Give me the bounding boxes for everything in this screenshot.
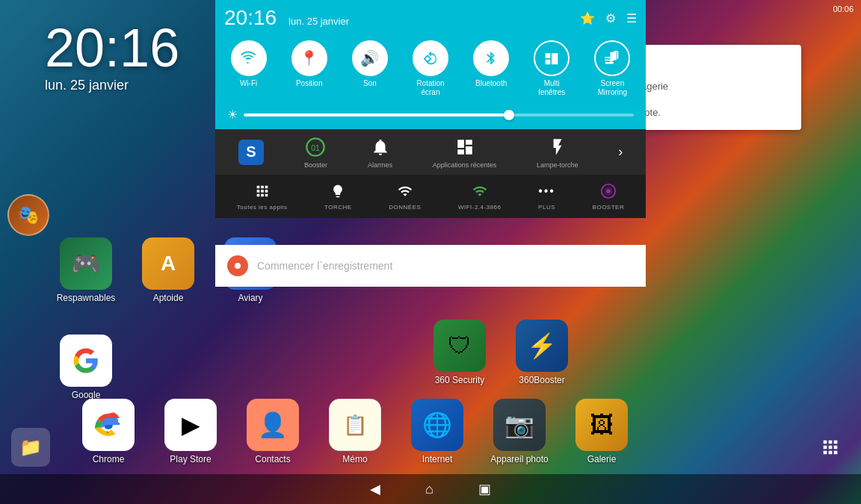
alarmes-item[interactable]: Alarmes [368, 135, 392, 169]
brightness-slider[interactable] [244, 113, 634, 116]
nav-home-button[interactable]: ⌂ [425, 482, 433, 497]
app-gallery[interactable]: 🖼 Galerie [561, 393, 643, 470]
app-memo-label: Mémo [342, 454, 367, 464]
booster-label: Booster [304, 161, 327, 169]
second-row: S 01 Booster Alarmes Applications récent… [215, 129, 646, 175]
booster2-item[interactable]: BOOSTER [593, 181, 625, 211]
app-playstore-label: Play Store [170, 454, 211, 464]
settings-icon[interactable]: ⚙ [605, 11, 616, 25]
apps-recentes-item[interactable]: Applications récentes [433, 135, 497, 169]
booster2-icon [600, 181, 617, 202]
torche-item[interactable]: TORCHE [324, 181, 352, 211]
svg-point-4 [235, 263, 241, 269]
app-chrome-dock[interactable]: Chrome [67, 393, 149, 470]
status-bar-time: 00:06 [833, 4, 854, 13]
alarmes-label: Alarmes [368, 161, 392, 169]
toggle-rotation-icon [413, 40, 448, 76]
recording-icon [227, 255, 248, 276]
toggle-wifi-icon [231, 40, 267, 76]
booster-icon-item[interactable]: 01 Booster [303, 135, 327, 169]
recording-text: Commencer l`enregistrement [257, 260, 392, 272]
allapps-icon[interactable] [811, 428, 850, 467]
s-app-icon[interactable]: S [238, 140, 264, 165]
donnees-icon [398, 181, 413, 202]
app-contacts[interactable]: 👤 Contacts [232, 393, 314, 470]
app-camera-label: Appareil photo [490, 454, 548, 464]
desktop-mid-icons: 🛡 360 Security ⚡ 360Booster [419, 314, 583, 391]
panel-header: 20:16 lun. 25 janvier ⭐ ⚙ ☰ [215, 0, 646, 34]
nav-recent-button[interactable]: ▣ [478, 481, 491, 497]
toggle-son-label: Son [363, 79, 377, 88]
toggle-rotation[interactable]: Rotationécran [413, 40, 448, 97]
svg-text:01: 01 [312, 143, 321, 152]
folder-icon[interactable]: 📁 [11, 428, 50, 467]
row2-next-arrow[interactable]: › [618, 144, 623, 160]
app-360security-label: 360 Security [435, 375, 485, 385]
toggle-multi[interactable]: Multifenêtres [534, 40, 570, 97]
desktop-time: 20:16 [45, 21, 179, 75]
toutes-applis-item[interactable]: Toutes les applis [237, 181, 288, 211]
donnees-label: DONNÉES [389, 204, 421, 211]
app-gallery-label: Galerie [587, 454, 617, 464]
toggle-multi-label: Multifenêtres [538, 79, 565, 97]
wifi-btn-item[interactable]: WIFI-2.4-3866 [458, 181, 502, 211]
brightness-fill [244, 113, 509, 116]
brightness-row: ☀ [215, 106, 646, 129]
s-icon: S [238, 140, 264, 165]
alarmes-icon [368, 135, 392, 159]
app-360booster[interactable]: ⚡ 360Booster [501, 314, 583, 391]
brightness-thumb [504, 110, 514, 120]
toggle-multi-icon [534, 40, 570, 76]
torche-icon [330, 181, 345, 202]
torche-label: TORCHE [324, 204, 352, 211]
apps-recentes-label: Applications récentes [433, 161, 497, 169]
app-memo[interactable]: 📋 Mémo [314, 393, 396, 470]
brightness-sun-icon: ☀ [227, 108, 238, 122]
toggle-bluetooth-label: Bluetooth [475, 79, 507, 88]
app-respawnables-label: Respawnables [57, 293, 116, 303]
app-internet-label: Internet [422, 454, 453, 464]
app-360security[interactable]: 🛡 360 Security [419, 314, 501, 391]
third-row: Toutes les applis TORCHE DONNÉES WIFI-2.… [215, 175, 646, 218]
plus-icon: ••• [538, 181, 555, 202]
app-internet[interactable]: 🌐 Internet [396, 393, 478, 470]
panel-time: 20:16 [224, 6, 277, 30]
desktop-clock: 20:16 lun. 25 janvier [45, 21, 179, 93]
app-playstore[interactable]: ▶ Play Store [149, 393, 232, 470]
grid-icon[interactable]: ☰ [626, 11, 637, 25]
panel-header-right: ⭐ ⚙ ☰ [580, 11, 637, 25]
toggle-mirroring-label: ScreenMirroring [598, 79, 627, 97]
toggle-son-icon: 🔊 [352, 40, 388, 76]
toggle-son[interactable]: 🔊 Son [352, 40, 388, 97]
toggle-wifi[interactable]: Wi-Fi [231, 40, 267, 97]
toggle-position-icon: 📍 [291, 40, 327, 76]
lampe-torche-item[interactable]: Lampe-torche [537, 135, 578, 169]
app-camera[interactable]: 📷 Appareil photo [478, 393, 561, 470]
toggle-mirroring-icon [594, 40, 630, 76]
recording-bar[interactable]: Commencer l`enregistrement [215, 245, 646, 287]
nav-back-button[interactable]: ◀ [370, 481, 380, 497]
app-respawnables[interactable]: 🎮 Respawnables [45, 231, 127, 309]
toggle-position-label: Position [296, 79, 323, 88]
panel-header-left: 20:16 lun. 25 janvier [224, 6, 349, 30]
toggle-bluetooth[interactable]: Bluetooth [473, 40, 509, 97]
avatar: 🎭 [7, 194, 49, 236]
app-aptoide[interactable]: A Aptoide [127, 231, 209, 309]
plus-item[interactable]: ••• PLUS [538, 181, 555, 211]
bottom-icons-row: Chrome ▶ Play Store 👤 Contacts 📋 Mémo 🌐 … [67, 393, 643, 470]
donnees-item[interactable]: DONNÉES [389, 181, 421, 211]
desktop-date: lun. 25 janvier [45, 78, 179, 93]
star-icon[interactable]: ⭐ [580, 11, 595, 25]
toutes-applis-icon [254, 181, 271, 202]
toggle-position[interactable]: 📍 Position [291, 40, 327, 97]
notification-panel: 20:16 lun. 25 janvier ⭐ ⚙ ☰ Wi-Fi 📍 Posi… [215, 0, 646, 218]
toggle-bluetooth-icon [473, 40, 509, 76]
toggle-wifi-label: Wi-Fi [240, 79, 257, 88]
wifi-btn-label: WIFI-2.4-3866 [458, 204, 502, 211]
toggle-mirroring[interactable]: ScreenMirroring [594, 40, 630, 97]
wifi-btn-icon [472, 181, 487, 202]
toutes-applis-label: Toutes les applis [237, 204, 288, 211]
svg-point-3 [606, 189, 611, 193]
apps-recentes-icon [453, 135, 477, 159]
toggle-rotation-label: Rotationécran [416, 79, 444, 97]
